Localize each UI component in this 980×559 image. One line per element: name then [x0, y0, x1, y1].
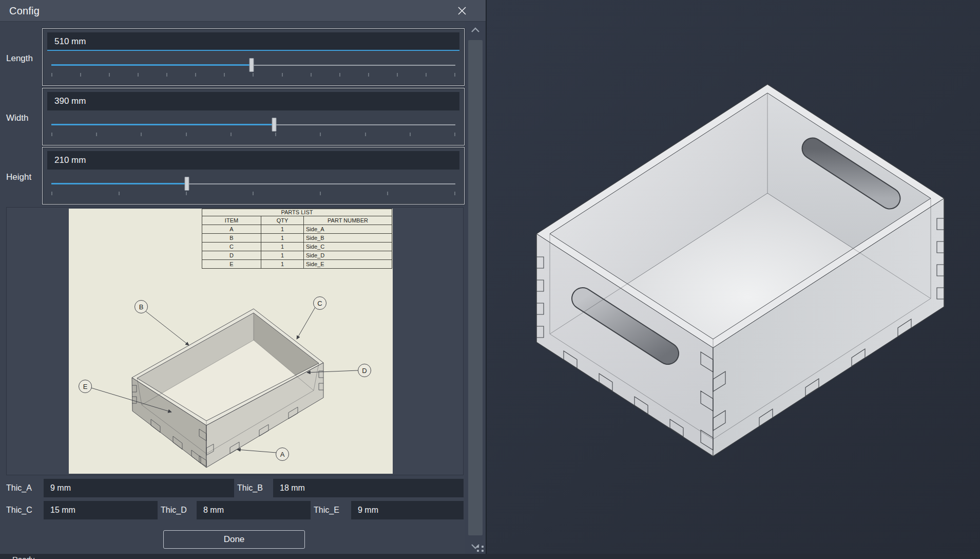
preview-frame: B C D E A	[6, 207, 464, 475]
length-parameter-group: 510 mm	[42, 28, 465, 86]
col-item: ITEM	[202, 216, 261, 225]
balloon-c: C	[314, 297, 326, 310]
slider-fill	[51, 183, 187, 184]
height-value-field[interactable]: 210 mm	[47, 151, 459, 170]
close-icon	[457, 6, 467, 16]
dialog-title: Config	[9, 0, 40, 22]
width-parameter-group: 390 mm	[42, 88, 465, 145]
panel-scrollbar[interactable]	[465, 22, 486, 554]
slider-thumb[interactable]	[184, 177, 189, 191]
close-button[interactable]	[454, 3, 470, 18]
slider-ticks	[51, 192, 455, 195]
col-part-number: PART NUMBER	[304, 216, 392, 225]
thic-e-field[interactable]: 9 mm	[351, 501, 464, 519]
done-button[interactable]: Done	[163, 530, 305, 549]
preview-drawing: B C D E A	[69, 209, 393, 474]
slider-thumb[interactable]	[249, 58, 254, 72]
table-row: E 1 Side_E	[202, 260, 392, 269]
svg-text:A: A	[280, 451, 285, 458]
config-dialog: Config Length 510 mm Width 390 mm	[0, 0, 487, 559]
scrollbar-thumb[interactable]	[468, 40, 483, 535]
slider-fill	[51, 124, 274, 125]
height-label: Height	[6, 172, 40, 183]
svg-text:C: C	[317, 300, 322, 307]
thic-b-field[interactable]: 18 mm	[273, 479, 464, 497]
table-row: D 1 Side_D	[202, 251, 392, 260]
parts-list-title: PARTS LIST	[202, 209, 392, 216]
slider-ticks	[51, 133, 455, 136]
thic-d-field[interactable]: 8 mm	[197, 501, 311, 519]
col-qty: QTY	[261, 216, 304, 225]
length-label: Length	[6, 53, 40, 65]
status-bar: Ready	[0, 554, 980, 559]
svg-text:E: E	[83, 383, 88, 390]
table-row: B 1 Side_B	[202, 234, 392, 243]
table-row: C 1 Side_C	[202, 243, 392, 251]
height-parameter-group: 210 mm	[42, 147, 465, 204]
width-slider[interactable]	[51, 117, 455, 133]
thic-c-field[interactable]: 15 mm	[44, 501, 158, 519]
scroll-up-icon[interactable]	[469, 26, 482, 35]
height-slider[interactable]	[51, 176, 455, 192]
dialog-titlebar: Config	[0, 0, 487, 22]
thic-e-label: Thic_E	[314, 501, 339, 519]
balloon-b: B	[135, 301, 148, 313]
thic-b-label: Thic_B	[237, 479, 263, 497]
width-value-field[interactable]: 390 mm	[47, 92, 459, 110]
width-label: Width	[6, 113, 40, 124]
application-window: Config Length 510 mm Width 390 mm	[0, 0, 980, 559]
table-row: A 1 Side_A	[202, 225, 392, 234]
slider-fill	[51, 64, 252, 66]
length-slider[interactable]	[51, 58, 455, 73]
thic-a-field[interactable]: 9 mm	[44, 479, 234, 497]
slider-thumb[interactable]	[272, 118, 277, 132]
svg-text:B: B	[139, 303, 144, 311]
viewport-3d[interactable]	[487, 0, 980, 559]
status-text: Ready	[12, 555, 980, 559]
length-value-field[interactable]: 510 mm	[47, 32, 459, 51]
balloon-a: A	[276, 448, 289, 461]
slider-ticks	[51, 73, 455, 77]
model-3d-box[interactable]	[487, 0, 980, 559]
thic-d-label: Thic_D	[161, 501, 187, 519]
resize-grip-icon[interactable]	[477, 546, 485, 553]
thic-a-label: Thic_A	[6, 479, 32, 497]
balloon-e: E	[79, 380, 92, 393]
parts-table: PARTS LIST ITEM QTY PART NUMBER A 1 Side…	[202, 209, 392, 269]
balloon-d: D	[358, 364, 371, 377]
svg-text:D: D	[362, 367, 367, 375]
thic-c-label: Thic_C	[6, 501, 32, 519]
